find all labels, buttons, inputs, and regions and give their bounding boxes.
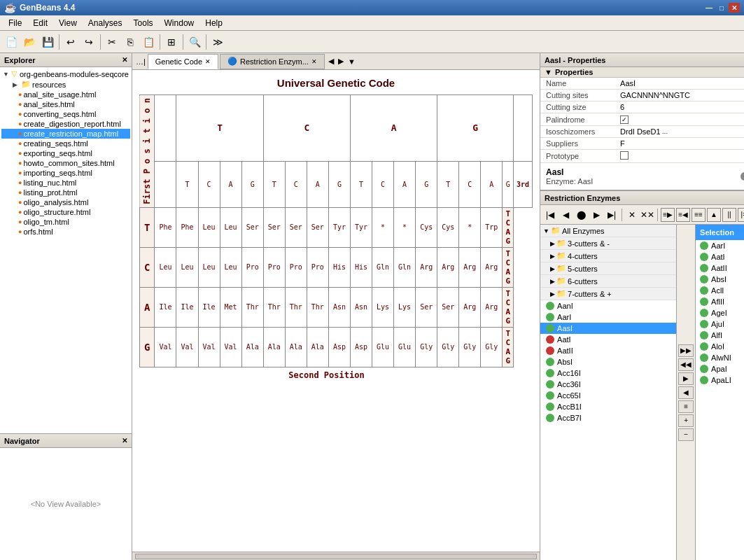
resources-expand-icon[interactable]: ▶ (13, 81, 20, 88)
toolbar-undo[interactable]: ↩ (62, 34, 79, 50)
enzyme-group-7cutter[interactable]: ▶ 📁 7-cutters & + (540, 288, 676, 300)
transfer-right[interactable]: ▶ (678, 372, 694, 385)
sel-item-AlwNI[interactable]: AlwNI (696, 352, 744, 363)
r-tb-icon-a[interactable]: ≡▶ (661, 208, 675, 222)
sel-item-AloI[interactable]: AloI (696, 341, 744, 352)
r-tb-first[interactable]: |◀ (543, 208, 557, 222)
menu-view[interactable]: View (53, 17, 83, 29)
enzyme-item-AarI[interactable]: AarI (540, 312, 676, 323)
selection-list[interactable]: AarI AatI AatII AbsI (696, 240, 744, 560)
transfer-add[interactable]: + (678, 414, 694, 427)
tab-nav-next[interactable]: ▶ (336, 57, 346, 66)
transfer-equal[interactable]: ≡ (678, 400, 694, 413)
toolbar-save[interactable]: 💾 (39, 34, 56, 50)
tab-genetic-code-close[interactable]: ✕ (205, 58, 211, 65)
enzyme-item-AatI[interactable]: AatI (540, 334, 676, 345)
r-tb-del2[interactable]: ✕✕ (640, 208, 654, 222)
tree-item-anal-sites[interactable]: ● anal_sites.html (1, 99, 130, 109)
menu-file[interactable]: File (3, 17, 27, 29)
toolbar-copy[interactable]: ⎘ (122, 34, 139, 50)
tree-item-oligo-tm[interactable]: ● oligo_tm.html (1, 217, 130, 227)
tree-item-orfs[interactable]: ● orfs.html (1, 227, 130, 237)
toolbar-cut[interactable]: ✂ (104, 34, 120, 50)
sel-item-AlfI[interactable]: AlfI (696, 330, 744, 341)
maximize-button[interactable]: □ (716, 3, 727, 13)
toolbar-more[interactable]: ≫ (209, 34, 226, 50)
tree-item-creating-seqs[interactable]: ● creating_seqs.html (1, 139, 130, 148)
enzyme-item-AccB1I[interactable]: AccB1I (540, 401, 676, 412)
explorer-close-btn[interactable]: ✕ (122, 56, 127, 64)
tree-item-exporting-seqs[interactable]: ● exporting_seqs.html (1, 148, 130, 158)
menu-help[interactable]: Help (199, 17, 228, 29)
toolbar-paste[interactable]: 📋 (140, 34, 157, 50)
r-tb-icon-d[interactable]: ▲ (707, 208, 721, 222)
toolbar-open[interactable]: 📂 (21, 34, 38, 50)
tree-item-listing-prot[interactable]: ● listing_prot.html (1, 188, 130, 197)
minimize-button[interactable]: — (703, 3, 715, 13)
tree-item-create-restriction[interactable]: ● create_restriction_map.html (1, 129, 130, 139)
enzyme-item-AanI[interactable]: AanI (540, 300, 676, 312)
enzyme-group-3cutter[interactable]: ▶ 📁 3-cutters & - (540, 237, 676, 250)
tree-item-create-digestion[interactable]: ● create_digestion_report.html (1, 119, 130, 129)
enzyme-group-4cutter[interactable]: ▶ 📁 4-cutters (540, 250, 676, 262)
enzyme-item-AasI[interactable]: AasI (540, 323, 676, 334)
enzyme-list-scroll[interactable]: ▼ 📁 All Enzymes ▶ 📁 3-cutters & - ▶ (540, 225, 676, 560)
r-tb-rec[interactable]: ⬤ (574, 208, 588, 222)
sel-item-AatII[interactable]: AatII (696, 262, 744, 274)
tab-restriction-enzymes[interactable]: 🔵 Restriction Enzym... ✕ (220, 54, 325, 69)
r-tb-icon-c[interactable]: ≡≡ (692, 208, 706, 222)
transfer-all-left[interactable]: ◀◀ (678, 358, 694, 371)
tree-resources[interactable]: ▶ 📁 resources (1, 79, 130, 90)
enzyme-group-5cutter[interactable]: ▶ 📁 5-cutters (540, 262, 676, 275)
tab-restriction-close[interactable]: ✕ (311, 58, 317, 65)
tree-item-converting-seqs[interactable]: ● converting_seqs.html (1, 109, 130, 119)
close-button[interactable]: ✕ (729, 3, 740, 13)
r-tb-icon-e[interactable]: || (722, 208, 736, 222)
tree-item-listing-nuc[interactable]: ● listing_nuc.html (1, 178, 130, 188)
tab-genetic-code[interactable]: Genetic Code ✕ (148, 54, 218, 69)
menu-analyses[interactable]: Analyses (83, 17, 128, 29)
sel-item-AarI[interactable]: AarI (696, 240, 744, 251)
tab-nav-left[interactable]: …| (134, 57, 148, 66)
tree-item-oligo-structure[interactable]: ● oligo_structure.html (1, 207, 130, 217)
enzyme-item-AatII[interactable]: AatII (540, 345, 676, 356)
toolbar-new[interactable]: 📄 (3, 34, 20, 50)
tree-root[interactable]: ▼ ▽ org-genbeans-modules-seqcore (1, 69, 130, 79)
enzyme-item-Acc16I[interactable]: Acc16I (540, 368, 676, 379)
sel-item-ApaI[interactable]: ApaI (696, 363, 744, 374)
transfer-left[interactable]: ◀ (678, 386, 694, 399)
r-tb-icon-f[interactable]: |=| (738, 208, 744, 222)
toolbar-analyze[interactable]: 🔍 (186, 34, 203, 50)
root-expand-icon[interactable]: ▼ (3, 71, 10, 78)
sel-item-ApaLI[interactable]: ApaLI (696, 374, 744, 386)
sel-item-AbsI[interactable]: AbsI (696, 274, 744, 285)
sel-item-AatI[interactable]: AatI (696, 251, 744, 262)
enzyme-item-Acc36I[interactable]: Acc36I (540, 379, 676, 390)
r-tb-last[interactable]: ▶| (605, 208, 619, 222)
menu-edit[interactable]: Edit (27, 17, 53, 29)
tree-item-howto[interactable]: ● howto_common_sites.html (1, 158, 130, 168)
navigator-close-btn[interactable]: ✕ (122, 437, 127, 444)
sel-item-AjuI[interactable]: AjuI (696, 318, 744, 330)
sel-item-AflII[interactable]: AflII (696, 296, 744, 307)
enzyme-item-AccB7I[interactable]: AccB7I (540, 412, 676, 424)
center-scrollbar[interactable] (132, 552, 540, 560)
tree-item-anal-site-usage[interactable]: ● anal_site_usage.html (1, 90, 130, 99)
toolbar-redo[interactable]: ↪ (80, 34, 97, 50)
menu-window[interactable]: Window (159, 17, 200, 29)
explorer-tree[interactable]: ▼ ▽ org-genbeans-modules-seqcore ▶ 📁 res… (0, 67, 132, 433)
r-tb-del1[interactable]: ✕ (625, 208, 639, 222)
enzyme-item-AbsI[interactable]: AbsI (540, 356, 676, 368)
sel-item-AclI[interactable]: AclI (696, 285, 744, 296)
palindrome-checkbox[interactable]: ✓ (620, 115, 629, 124)
r-tb-prev[interactable]: ◀ (559, 208, 573, 222)
sel-item-AgeI[interactable]: AgeI (696, 307, 744, 318)
tab-nav-list[interactable]: ▼ (346, 57, 358, 66)
transfer-all-right[interactable]: ▶▶ (678, 344, 694, 357)
tree-item-oligo-analysis[interactable]: ● oligo_analysis.html (1, 197, 130, 207)
r-tb-next[interactable]: ▶ (589, 208, 603, 222)
tab-nav-prev[interactable]: ◀ (326, 57, 336, 66)
r-tb-icon-b[interactable]: ≡◀ (676, 208, 690, 222)
transfer-remove[interactable]: − (678, 428, 694, 441)
toolbar-grid[interactable]: ⊞ (163, 34, 180, 50)
